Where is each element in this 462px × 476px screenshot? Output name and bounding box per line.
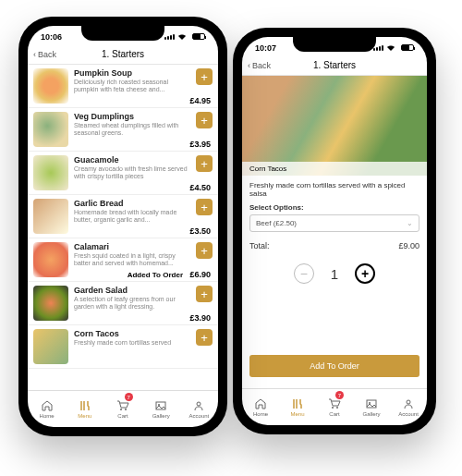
phone-left: 10:06 ‹ Back 1. Starters Pumpkin SoupDel… [18, 17, 227, 436]
back-label: Back [252, 61, 271, 70]
cart-icon [116, 399, 130, 412]
tab-label: Menu [290, 411, 304, 417]
add-button[interactable]: + [196, 199, 213, 215]
list-item[interactable]: Pumpkin SoupDeliciously rich roasted sea… [28, 65, 218, 108]
chevron-left-icon: ‹ [248, 61, 250, 70]
qty-plus-button[interactable]: + [355, 263, 375, 284]
tab-gallery[interactable]: Gallery [353, 389, 390, 425]
back-label: Back [38, 50, 56, 59]
item-desc: Freshly made corn tortillas served [74, 339, 190, 347]
list-item[interactable]: Corn TacosFreshly made corn tortillas se… [28, 325, 218, 369]
list-item[interactable]: Garlic BreadHomemade bread with locally … [28, 195, 218, 238]
page-title: 1. Starters [102, 49, 144, 59]
cart-icon [327, 397, 342, 410]
nav-bar: ‹ Back 1. Starters [28, 44, 218, 65]
wifi-icon [386, 44, 395, 52]
status-time: 10:07 [255, 43, 276, 53]
item-image [33, 199, 68, 234]
item-price: £4.50 [189, 183, 211, 192]
home-icon [253, 397, 268, 410]
menu-list[interactable]: Pumpkin SoupDeliciously rich roasted sea… [28, 65, 218, 390]
list-item[interactable]: Veg DumplingsSteamed wheat dumplings fil… [28, 108, 218, 152]
account-icon [401, 397, 416, 410]
tab-account[interactable]: Account [180, 391, 218, 427]
tab-account[interactable]: Account [390, 389, 427, 425]
tab-home[interactable]: Home [242, 389, 279, 425]
tab-label: Account [189, 413, 210, 419]
item-hero-name: Corn Tacos [242, 162, 427, 176]
tab-cart[interactable]: 7Cart [103, 391, 141, 427]
item-name: Garden Salad [74, 286, 190, 295]
tab-gallery[interactable]: Gallery [142, 391, 180, 427]
add-button[interactable]: + [196, 329, 213, 346]
tab-menu[interactable]: Menu [66, 391, 103, 427]
item-desc: Steamed wheat dumplings filled with seas… [74, 122, 190, 138]
back-button[interactable]: ‹ Back [33, 50, 56, 59]
list-item[interactable]: Garden SaladA selection of leafy greens … [28, 282, 218, 325]
screen-left: 10:06 ‹ Back 1. Starters Pumpkin SoupDel… [28, 26, 218, 427]
item-desc: Deliciously rich roasted seasonal pumpki… [74, 79, 190, 94]
item-image [33, 286, 68, 321]
chevron-down-icon: ⌄ [407, 219, 413, 227]
item-price: £6.90 [189, 270, 211, 279]
gallery-icon [364, 397, 379, 410]
svg-point-1 [125, 409, 127, 410]
option-select[interactable]: Beef (£2.50) ⌄ [249, 214, 419, 232]
list-item[interactable]: CalamariFresh squid coated in a light, c… [28, 238, 218, 282]
qty-minus-button[interactable]: − [294, 263, 314, 284]
battery-icon [401, 44, 414, 51]
wifi-icon [177, 33, 187, 41]
add-button[interactable]: + [196, 112, 213, 128]
tab-label: Gallery [362, 411, 380, 417]
tab-label: Home [253, 411, 268, 417]
add-button[interactable]: + [196, 286, 213, 302]
chevron-left-icon: ‹ [33, 50, 36, 59]
tab-cart[interactable]: 7Cart [316, 389, 353, 425]
nav-bar: ‹ Back 1. Starters [242, 55, 427, 76]
tab-bar: Home Menu 7Cart Gallery Account [242, 388, 427, 425]
tab-label: Account [398, 411, 419, 417]
notch [81, 26, 164, 41]
item-desc: A selection of leafy greens from our gar… [74, 296, 190, 311]
added-label: Added To Order [128, 271, 183, 279]
back-button[interactable]: ‹ Back [248, 61, 271, 70]
item-name: Calamari [74, 242, 190, 251]
item-name: Guacamole [74, 155, 190, 165]
svg-point-6 [336, 407, 338, 409]
tab-home[interactable]: Home [28, 391, 66, 427]
item-name: Corn Tacos [74, 329, 190, 338]
tab-label: Gallery [152, 413, 170, 419]
item-price: £3.95 [189, 140, 211, 149]
item-name: Garlic Bread [74, 199, 190, 208]
account-icon [191, 399, 206, 412]
list-item[interactable]: GuacamoleCreamy avocado with fresh lime … [28, 152, 218, 195]
svg-point-9 [407, 400, 410, 404]
item-price: £3.90 [189, 313, 211, 323]
item-desc: Homemade bread with locally made butter,… [74, 209, 190, 225]
svg-rect-7 [367, 400, 376, 408]
svg-point-0 [120, 409, 122, 410]
screen-right: 10:07 ‹ Back 1. Starters Corn Tacos Fres… [242, 37, 427, 425]
total-label: Total: [249, 241, 270, 250]
notch [293, 37, 376, 52]
add-to-order-button[interactable]: Add To Order [249, 355, 419, 377]
svg-point-4 [197, 402, 201, 406]
item-image [33, 155, 68, 190]
add-button[interactable]: + [196, 68, 213, 85]
tab-bar: Home Menu 7Cart Gallery Account [28, 390, 218, 427]
cart-badge: 7 [125, 393, 133, 401]
item-price: £3.50 [189, 226, 211, 236]
item-hero-image: Corn Tacos [242, 76, 427, 176]
option-value: Beef (£2.50) [256, 219, 297, 227]
add-button[interactable]: + [196, 155, 213, 172]
item-image [33, 68, 68, 104]
signal-icon [164, 34, 175, 40]
qty-value: 1 [331, 266, 338, 282]
quantity-stepper: − 1 + [249, 263, 419, 284]
select-options-label: Select Options: [249, 203, 419, 212]
add-button[interactable]: + [196, 242, 213, 259]
page-title: 1. Starters [313, 60, 356, 70]
tab-menu[interactable]: Menu [279, 389, 316, 425]
home-icon [40, 399, 55, 412]
item-detail: Freshly made corn tortillas served with … [242, 176, 427, 388]
